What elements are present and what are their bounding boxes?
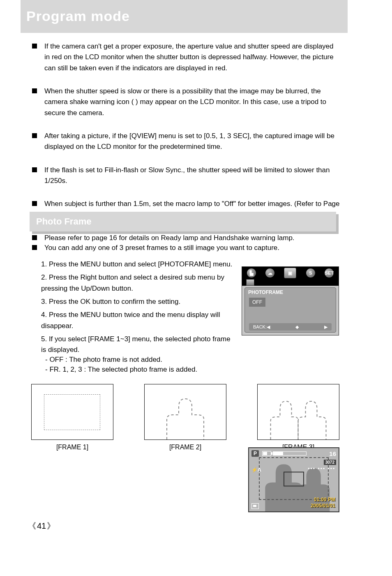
page-header-banner: Program mode — [21, 0, 348, 33]
menu-footer: BACK:◀ ◆ ▶ — [249, 323, 332, 331]
frame-1-box: [FRAME 1] — [31, 384, 113, 440]
frame-3-box: [FRAME 3] — [257, 384, 339, 440]
option-off: - OFF : The photo frame is not added. — [45, 356, 341, 364]
frame-3-silhouette-icon — [269, 396, 328, 440]
autofocus-box-icon — [284, 472, 304, 486]
step-item: 4. Press the MENU button twice and the m… — [41, 310, 234, 331]
submenu-level-icon — [246, 279, 254, 286]
flash-auto-icon: ⚡A — [251, 467, 261, 473]
section-header: Photo Frame — [30, 212, 339, 236]
bullet-item: You can add any one of 3 preset frames t… — [32, 243, 340, 253]
bullet-text: You can add any one of 3 preset frames t… — [44, 243, 279, 253]
options-list: - OFF : The photo frame is not added. - … — [45, 356, 341, 375]
bullet-item: After taking a picture, if the [QVIEW] m… — [32, 131, 340, 153]
tab-icon-cloud-icon[interactable]: ☁ — [265, 268, 274, 278]
section-title: Photo Frame — [30, 212, 336, 231]
bullet-text: When the shutter speed is slow or there … — [44, 86, 340, 118]
bullet-icon — [32, 201, 37, 206]
camera-lcd-screenshot: P 16 3072 ▪▪▪ ▪▪▪ ▪▪▪ ⚡A 01:00 PM 2005/0… — [248, 447, 339, 512]
menu-panel: PHOTOFRAME OFF BACK:◀ ◆ ▶ — [244, 287, 336, 333]
bullet-item: If the flash is set to Fill-in-flash or … — [32, 165, 340, 187]
menu-footer-back[interactable]: BACK:◀ — [253, 324, 270, 330]
bullet-text: If the flash is set to Fill-in-flash or … — [44, 165, 340, 187]
bullet-icon — [32, 245, 37, 250]
menu-footer-nav-icon[interactable]: ◆ — [295, 324, 299, 330]
bullet-item: If the camera can't get a proper exposur… — [32, 41, 340, 74]
page-title: Program mode — [26, 8, 130, 24]
frame-2-silhouette-icon — [165, 396, 206, 440]
bullet-icon — [32, 44, 37, 49]
bullet-icon — [32, 88, 37, 93]
bullet-item: When the shutter speed is slow or there … — [32, 86, 340, 118]
step-item: 3. Press the OK button to confirm the se… — [41, 296, 234, 307]
quality-icon: ▪▪▪ ▪▪▪ ▪▪▪ — [308, 467, 335, 470]
page: Program mode If the camera can't get a p… — [0, 0, 392, 576]
bullet-icon — [32, 133, 37, 138]
menu-row-off[interactable]: OFF — [249, 298, 265, 307]
page-number: 《 41 》 — [28, 520, 55, 532]
tab-icon-special-icon[interactable]: S — [306, 268, 315, 278]
camera-menu-screenshot: ▙ ☁ ▣ S SET PHOTOFRAME OFF BACK:◀ ◆ ▶ — [242, 266, 339, 335]
resolution-badge: 3072 — [324, 460, 336, 465]
tab-icon-frame-icon[interactable]: ▣ — [284, 268, 296, 278]
frame-2-box: [FRAME 2] — [144, 384, 226, 440]
bullet-text: If the camera can't get a proper exposur… — [44, 41, 340, 74]
bullet-icon — [32, 235, 37, 240]
tab-icon-set-icon[interactable]: SET — [325, 268, 334, 278]
menu-tabs: ▙ ☁ ▣ S SET — [242, 268, 339, 278]
page-bracket-left-icon: 《 — [28, 520, 36, 532]
mode-badge: P — [251, 450, 259, 457]
lcd-time: 01:00 PM — [314, 497, 335, 502]
tab-icon-histogram-icon[interactable]: ▙ — [247, 268, 256, 278]
frame-examples: [FRAME 1] [FRAME 2] [FRAME 3] — [31, 384, 339, 440]
bullet-text: After taking a picture, if the [QVIEW] m… — [44, 131, 340, 153]
lcd-top-row: P 16 — [251, 450, 336, 457]
page-number-value: 41 — [37, 521, 46, 531]
bullet-icon — [32, 167, 37, 172]
battery-icon — [262, 451, 271, 456]
frame-1-label: [FRAME 1] — [32, 444, 113, 451]
shots-remaining: 16 — [329, 450, 336, 457]
menu-panel-title: PHOTOFRAME — [248, 289, 283, 295]
menu-footer-next-icon[interactable]: ▶ — [324, 324, 327, 330]
memory-card-icon — [251, 503, 259, 509]
step-item: 1. Press the MENU button and select [PHO… — [41, 259, 234, 270]
lcd-date: 2005/01/01 — [311, 503, 335, 509]
page-bracket-right-icon: 》 — [47, 520, 55, 532]
step-item: 2. Press the Right button and select a d… — [41, 272, 234, 294]
frame-2-label: [FRAME 2] — [145, 444, 226, 451]
frame-1-dashed-area — [44, 394, 100, 430]
step-list: 1. Press the MENU button and select [PHO… — [41, 259, 234, 358]
menu-top-bar: ▙ ☁ ▣ S SET — [242, 267, 339, 286]
zoom-bar-icon — [273, 451, 307, 456]
option-frames: - FR. 1, 2, 3 : The selected photo frame… — [45, 365, 341, 374]
step-item: 5. If you select [FRAME 1~3] menu, the s… — [41, 334, 234, 356]
